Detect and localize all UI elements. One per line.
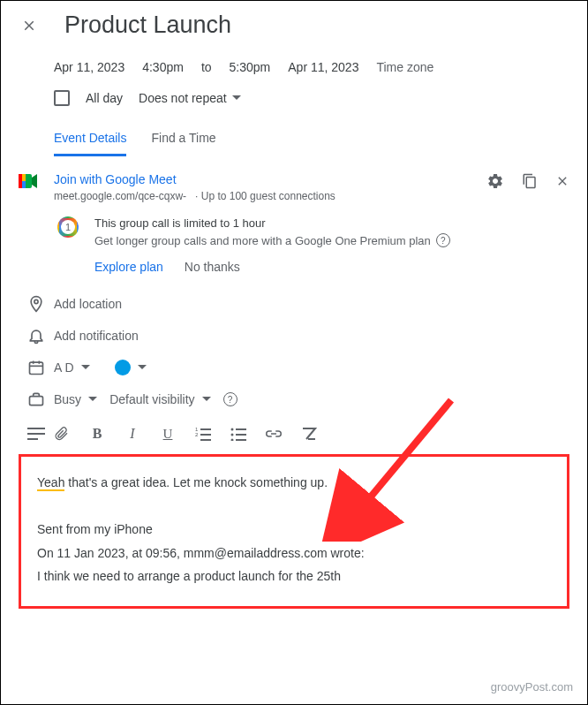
svg-rect-3 xyxy=(19,174,22,188)
allday-checkbox[interactable] xyxy=(54,90,70,106)
svg-text:2: 2 xyxy=(195,432,199,437)
busy-label: Busy xyxy=(54,392,81,406)
chevron-down-icon xyxy=(202,397,211,402)
numbered-list-icon[interactable]: 12 xyxy=(195,426,211,442)
meet-remove-icon[interactable] xyxy=(555,174,569,188)
bell-icon xyxy=(19,327,54,345)
attachment-icon[interactable] xyxy=(54,426,70,442)
desc-line1: that's a great idea. Let me knock someth… xyxy=(64,475,328,489)
no-thanks-link[interactable]: No thanks xyxy=(185,260,240,274)
visibility-help-icon[interactable]: ? xyxy=(223,392,237,406)
meet-settings-icon[interactable] xyxy=(486,172,504,190)
link-icon[interactable] xyxy=(266,426,282,442)
explore-plan-link[interactable]: Explore plan xyxy=(94,260,163,274)
svg-point-19 xyxy=(231,434,234,436)
notification-input[interactable]: Add notification xyxy=(54,329,569,343)
repeat-dropdown[interactable]: Does not repeat xyxy=(139,91,241,105)
meet-guests: · Up to 100 guest connections xyxy=(195,190,335,202)
clear-format-icon[interactable] xyxy=(301,426,317,442)
svg-point-4 xyxy=(34,299,38,303)
chevron-down-icon xyxy=(232,94,241,102)
visibility-dropdown[interactable]: Default visibility xyxy=(109,392,210,406)
svg-point-18 xyxy=(231,428,234,431)
calendar-icon xyxy=(19,359,54,376)
bullet-list-icon[interactable] xyxy=(230,426,246,442)
calendar-owner-dropdown[interactable]: A D xyxy=(54,360,90,375)
end-time[interactable]: 5:30pm xyxy=(230,60,271,74)
svg-rect-9 xyxy=(30,397,43,406)
location-icon xyxy=(19,295,54,313)
description-textarea[interactable]: Yeah that's a great idea. Let me knock s… xyxy=(19,454,569,609)
location-input[interactable]: Add location xyxy=(54,297,569,311)
desc-line2: Sent from my iPhone xyxy=(37,518,551,542)
busy-dropdown[interactable]: Busy xyxy=(54,392,97,406)
repeat-label: Does not repeat xyxy=(139,91,227,105)
allday-label: All day xyxy=(86,91,123,105)
meet-icon xyxy=(19,172,40,190)
meet-url: meet.google.com/qce-cqxw- xyxy=(54,190,186,202)
color-dropdown[interactable] xyxy=(115,360,147,375)
promo-title: This group call is limited to 1 hour xyxy=(94,216,450,230)
briefcase-icon xyxy=(19,390,54,408)
start-date[interactable]: Apr 11, 2023 xyxy=(54,60,124,74)
end-date[interactable]: Apr 11, 2023 xyxy=(288,60,358,74)
svg-rect-5 xyxy=(30,362,43,374)
meet-copy-icon[interactable] xyxy=(522,172,538,190)
tab-event-details[interactable]: Event Details xyxy=(54,131,126,156)
svg-point-20 xyxy=(231,439,234,442)
meet-link[interactable]: Join with Google Meet xyxy=(54,172,472,186)
description-icon xyxy=(19,427,54,441)
event-color-dot xyxy=(115,360,131,375)
google-one-icon: 1 xyxy=(57,216,79,238)
underline-icon[interactable]: U xyxy=(160,426,176,442)
chevron-down-icon xyxy=(81,365,90,370)
calendar-owner-label: A D xyxy=(54,360,74,375)
promo-subtitle: Get longer group calls and more with a G… xyxy=(94,234,431,247)
visibility-label: Default visibility xyxy=(109,392,194,406)
close-icon[interactable] xyxy=(19,15,40,36)
desc-line4: I think we need to arrange a product lau… xyxy=(37,565,551,588)
bold-icon[interactable]: B xyxy=(89,426,105,442)
start-time[interactable]: 4:30pm xyxy=(142,60,184,74)
help-icon[interactable]: ? xyxy=(436,233,450,247)
event-title[interactable]: Product Launch xyxy=(64,11,231,39)
desc-word-flagged: Yeah xyxy=(37,475,64,491)
chevron-down-icon xyxy=(88,397,97,402)
timezone-link[interactable]: Time zone xyxy=(376,60,433,74)
watermark: groovyPost.com xyxy=(491,680,573,694)
chevron-down-icon xyxy=(138,365,147,370)
to-label: to xyxy=(201,60,212,74)
italic-icon[interactable]: I xyxy=(124,426,140,442)
tab-find-a-time[interactable]: Find a Time xyxy=(151,131,215,156)
desc-line3: On 11 Jan 2023, at 09:56, mmm@emailaddre… xyxy=(37,542,551,565)
